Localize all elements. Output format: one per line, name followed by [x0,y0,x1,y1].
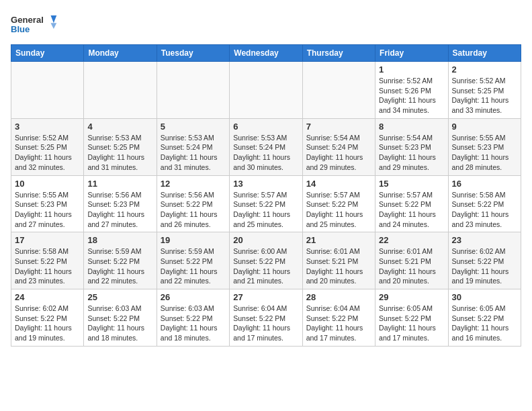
day-info: Sunrise: 5:53 AM Sunset: 5:24 PM Dayligh… [161,133,226,173]
calendar-cell [11,62,84,119]
day-info: Sunrise: 5:58 AM Sunset: 5:22 PM Dayligh… [15,246,80,286]
day-number: 27 [233,292,298,302]
day-number: 30 [452,292,517,302]
day-info: Sunrise: 6:01 AM Sunset: 5:21 PM Dayligh… [379,246,444,286]
weekday-header-friday: Friday [375,45,448,62]
day-info: Sunrise: 6:03 AM Sunset: 5:22 PM Dayligh… [87,304,152,343]
weekday-header-tuesday: Tuesday [157,45,229,62]
day-info: Sunrise: 5:52 AM Sunset: 5:25 PM Dayligh… [452,76,517,116]
day-info: Sunrise: 5:52 AM Sunset: 5:25 PM Dayligh… [15,133,80,173]
day-number: 8 [379,122,444,132]
day-info: Sunrise: 5:56 AM Sunset: 5:23 PM Dayligh… [87,190,152,230]
calendar-cell: 13Sunrise: 5:57 AM Sunset: 5:22 PM Dayli… [230,175,302,232]
calendar-cell: 30Sunrise: 6:05 AM Sunset: 5:22 PM Dayli… [448,289,521,347]
week-row-5: 24Sunrise: 6:02 AM Sunset: 5:22 PM Dayli… [11,289,521,347]
day-number: 15 [379,179,444,189]
calendar-cell: 1Sunrise: 5:52 AM Sunset: 5:26 PM Daylig… [375,62,448,119]
calendar-table: SundayMondayTuesdayWednesdayThursdayFrid… [11,44,521,347]
day-info: Sunrise: 5:54 AM Sunset: 5:23 PM Dayligh… [379,133,444,173]
day-number: 5 [161,122,226,132]
calendar-cell: 8Sunrise: 5:54 AM Sunset: 5:23 PM Daylig… [375,118,448,175]
calendar-cell: 26Sunrise: 6:03 AM Sunset: 5:22 PM Dayli… [157,289,229,347]
calendar-cell: 6Sunrise: 5:53 AM Sunset: 5:24 PM Daylig… [230,118,302,175]
day-info: Sunrise: 6:03 AM Sunset: 5:22 PM Dayligh… [161,304,226,343]
day-info: Sunrise: 5:53 AM Sunset: 5:24 PM Dayligh… [233,133,298,173]
day-info: Sunrise: 5:57 AM Sunset: 5:22 PM Dayligh… [233,190,298,230]
calendar-cell: 29Sunrise: 6:05 AM Sunset: 5:22 PM Dayli… [375,289,448,347]
day-info: Sunrise: 5:59 AM Sunset: 5:22 PM Dayligh… [87,246,152,286]
day-info: Sunrise: 5:53 AM Sunset: 5:25 PM Dayligh… [87,133,152,173]
day-number: 11 [87,179,152,189]
calendar-cell: 12Sunrise: 5:56 AM Sunset: 5:22 PM Dayli… [157,175,229,232]
day-number: 25 [87,292,152,302]
weekday-header-wednesday: Wednesday [230,45,302,62]
calendar-cell: 20Sunrise: 6:00 AM Sunset: 5:22 PM Dayli… [230,232,302,289]
week-row-2: 3Sunrise: 5:52 AM Sunset: 5:25 PM Daylig… [11,118,521,175]
day-number: 6 [233,122,298,132]
day-number: 9 [452,122,517,132]
day-number: 14 [306,179,371,189]
day-info: Sunrise: 5:55 AM Sunset: 5:23 PM Dayligh… [452,133,517,173]
calendar-cell: 7Sunrise: 5:54 AM Sunset: 5:24 PM Daylig… [302,118,375,175]
calendar-cell: 4Sunrise: 5:53 AM Sunset: 5:25 PM Daylig… [84,118,157,175]
day-info: Sunrise: 6:02 AM Sunset: 5:22 PM Dayligh… [15,304,80,343]
day-number: 21 [306,235,371,245]
calendar-cell [84,62,157,119]
week-row-4: 17Sunrise: 5:58 AM Sunset: 5:22 PM Dayli… [11,232,521,289]
calendar-cell: 19Sunrise: 5:59 AM Sunset: 5:22 PM Dayli… [157,232,229,289]
calendar-cell: 17Sunrise: 5:58 AM Sunset: 5:22 PM Dayli… [11,232,84,289]
weekday-header-row: SundayMondayTuesdayWednesdayThursdayFrid… [11,45,521,62]
calendar-cell: 28Sunrise: 6:04 AM Sunset: 5:22 PM Dayli… [302,289,375,347]
page-header: General Blue [11,11,521,38]
day-number: 12 [161,179,226,189]
calendar-cell: 22Sunrise: 6:01 AM Sunset: 5:21 PM Dayli… [375,232,448,289]
calendar-cell: 9Sunrise: 5:55 AM Sunset: 5:23 PM Daylig… [448,118,521,175]
day-number: 4 [87,122,152,132]
calendar-cell: 10Sunrise: 5:55 AM Sunset: 5:23 PM Dayli… [11,175,84,232]
week-row-3: 10Sunrise: 5:55 AM Sunset: 5:23 PM Dayli… [11,175,521,232]
day-number: 26 [161,292,226,302]
day-number: 23 [452,235,517,245]
day-info: Sunrise: 5:57 AM Sunset: 5:22 PM Dayligh… [306,190,371,230]
day-info: Sunrise: 6:02 AM Sunset: 5:22 PM Dayligh… [452,246,517,286]
weekday-header-saturday: Saturday [448,45,521,62]
calendar-cell: 3Sunrise: 5:52 AM Sunset: 5:25 PM Daylig… [11,118,84,175]
day-info: Sunrise: 6:04 AM Sunset: 5:22 PM Dayligh… [233,304,298,343]
day-number: 7 [306,122,371,132]
calendar-cell: 11Sunrise: 5:56 AM Sunset: 5:23 PM Dayli… [84,175,157,232]
svg-text:Blue: Blue [11,24,30,34]
day-info: Sunrise: 5:54 AM Sunset: 5:24 PM Dayligh… [306,133,371,173]
day-number: 16 [452,179,517,189]
weekday-header-sunday: Sunday [11,45,84,62]
calendar-cell: 23Sunrise: 6:02 AM Sunset: 5:22 PM Dayli… [448,232,521,289]
svg-text:General: General [11,15,44,25]
weekday-header-thursday: Thursday [302,45,375,62]
day-number: 22 [379,235,444,245]
calendar-cell: 15Sunrise: 5:57 AM Sunset: 5:22 PM Dayli… [375,175,448,232]
calendar-cell [157,62,229,119]
calendar-cell: 16Sunrise: 5:58 AM Sunset: 5:22 PM Dayli… [448,175,521,232]
calendar-cell [230,62,302,119]
day-number: 19 [161,235,226,245]
calendar-cell: 27Sunrise: 6:04 AM Sunset: 5:22 PM Dayli… [230,289,302,347]
day-number: 24 [15,292,80,302]
day-number: 2 [452,64,517,75]
day-number: 10 [15,179,80,189]
day-number: 18 [87,235,152,245]
calendar-cell: 18Sunrise: 5:59 AM Sunset: 5:22 PM Dayli… [84,232,157,289]
svg-marker-3 [51,23,57,29]
day-info: Sunrise: 5:52 AM Sunset: 5:26 PM Dayligh… [379,76,444,116]
calendar-cell [302,62,375,119]
calendar-cell: 21Sunrise: 6:01 AM Sunset: 5:21 PM Dayli… [302,232,375,289]
day-number: 20 [233,235,298,245]
logo-svg: General Blue [11,11,58,38]
calendar-cell: 24Sunrise: 6:02 AM Sunset: 5:22 PM Dayli… [11,289,84,347]
day-number: 1 [379,64,444,75]
day-number: 28 [306,292,371,302]
day-info: Sunrise: 6:05 AM Sunset: 5:22 PM Dayligh… [452,304,517,343]
week-row-1: 1Sunrise: 5:52 AM Sunset: 5:26 PM Daylig… [11,62,521,119]
day-info: Sunrise: 5:59 AM Sunset: 5:22 PM Dayligh… [161,246,226,286]
calendar-cell: 25Sunrise: 6:03 AM Sunset: 5:22 PM Dayli… [84,289,157,347]
day-number: 29 [379,292,444,302]
day-number: 17 [15,235,80,245]
